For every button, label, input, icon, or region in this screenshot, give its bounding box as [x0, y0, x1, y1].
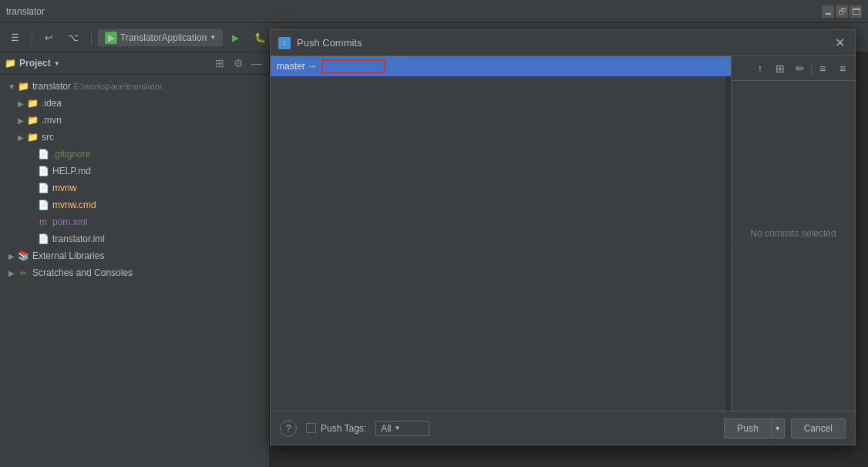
tree-arrow-idea: ▶: [15, 99, 26, 108]
tree-label-mvnwcmd: mvnw.cmd: [52, 200, 96, 210]
tree-arrow-root: ▼: [6, 82, 17, 91]
debug-btn[interactable]: 🐛: [248, 28, 272, 48]
tree-item-iml[interactable]: 📄 translator.iml: [0, 230, 269, 247]
sidebar-title: 📁 Project ▼: [5, 58, 60, 69]
dialog-right-toolbar: ↑ ⊞ ✏ ≡ ≡: [732, 56, 855, 81]
folder-icon-idea: 📁: [26, 97, 39, 109]
resize-dots: ⋮: [725, 240, 731, 247]
win-minimize-btn[interactable]: 🗕: [822, 5, 834, 18]
push-btn-group: Push ▼: [724, 418, 784, 438]
external-libs-icon: 📚: [17, 250, 29, 262]
dialog-tool-edit-btn[interactable]: ✏: [791, 59, 809, 78]
run-config-icon: ▶: [105, 32, 117, 44]
tree-arrow-scratches: ▶: [6, 269, 17, 277]
root-label: translator: [32, 81, 71, 92]
tree-item-external-libs[interactable]: ▶ 📚 External Libraries: [0, 247, 269, 264]
cancel-btn[interactable]: Cancel: [791, 418, 846, 438]
tree-arrow-external-libs: ▶: [6, 252, 17, 260]
sidebar-actions: ⊞ ⚙ —: [212, 55, 264, 71]
tree-label-root: translator E:\workspace\translator: [32, 81, 162, 92]
file-icon-mvnw: 📄: [37, 182, 49, 194]
project-icon: 📁: [5, 58, 16, 69]
sidebar-action-settings-btn[interactable]: ⚙: [230, 55, 246, 71]
toolbar-menu-btn[interactable]: ☰: [5, 28, 25, 48]
scratches-icon: ✏: [17, 267, 29, 279]
run-config-selector[interactable]: ▶ TranslatorApplication ▼: [98, 29, 223, 46]
toolbar-divider: [811, 62, 812, 75]
win-restore-btn[interactable]: 🗖: [849, 5, 862, 18]
file-icon-mvnwcmd: 📄: [37, 199, 49, 211]
folder-icon-src: 📁: [26, 131, 39, 143]
tree-item-pomxml[interactable]: m pom.xml: [0, 213, 269, 230]
dialog-tool-filter-btn[interactable]: ≡: [833, 59, 852, 78]
run-btn[interactable]: ▶: [226, 28, 245, 48]
tags-value-label: All: [381, 423, 391, 434]
dialog-titlebar: ↑ Push Commits ✕: [271, 30, 855, 56]
resize-handle[interactable]: ⋮: [726, 76, 731, 411]
run-config-label: TranslatorApplication: [120, 32, 207, 43]
dialog-left-panel: master → Define remote ⋮: [271, 56, 732, 411]
tree-label-helpmd: HELP.md: [52, 166, 91, 176]
tree-item-idea[interactable]: ▶ 📁 .idea: [0, 95, 269, 112]
no-commits-label: No commits selected: [750, 228, 836, 239]
sidebar-action-layout-btn[interactable]: ⊞: [212, 55, 227, 71]
push-tags-checkbox[interactable]: [306, 423, 316, 433]
title-bar-right: 🗕 🗗 🗖: [822, 5, 862, 18]
dialog-body: master → Define remote ⋮ ↑ ⊞ ✏ ≡: [271, 56, 855, 411]
tree-item-root[interactable]: ▼ 📁 translator E:\workspace\translator: [0, 78, 269, 95]
toolbar-sep-2: [91, 30, 92, 45]
root-path: E:\workspace\translator: [73, 82, 162, 91]
tags-dropdown-arrow: ▼: [395, 425, 401, 432]
folder-icon-mvn: 📁: [26, 114, 39, 126]
run-config-dropdown-arrow: ▼: [210, 34, 216, 41]
file-icon-iml: 📄: [37, 233, 49, 245]
define-remote-link[interactable]: Define remote: [325, 61, 382, 72]
tree-label-idea: .idea: [42, 98, 62, 109]
tree-label-scratches: Scratches and Consoles: [32, 267, 133, 278]
sidebar: 📁 Project ▼ ⊞ ⚙ — ▼ 📁 translator E:\work…: [0, 52, 270, 467]
tree-label-external-libs: External Libraries: [32, 250, 104, 261]
push-main-btn[interactable]: Push: [724, 418, 770, 438]
sidebar-tree: ▼ 📁 translator E:\workspace\translator ▶…: [0, 75, 269, 467]
tree-arrow-src: ▶: [15, 133, 26, 142]
dialog-close-btn[interactable]: ✕: [832, 35, 847, 51]
win-maximize-btn[interactable]: 🗗: [836, 5, 848, 18]
tree-item-gitignore[interactable]: 📄 .gitignore: [0, 146, 269, 163]
dialog-tool-push-btn[interactable]: ↑: [751, 59, 769, 78]
dialog-tool-grid-btn[interactable]: ⊞: [771, 59, 789, 78]
dialog-icon-symbol: ↑: [283, 39, 287, 47]
sidebar-title-label: Project: [19, 58, 51, 69]
tree-label-pomxml: pom.xml: [52, 217, 87, 227]
branch-label: master →: [277, 61, 317, 72]
tree-label-mvnw: mvnw: [52, 183, 76, 193]
file-icon-gitignore: 📄: [37, 148, 49, 160]
dialog-footer: ? Push Tags: All ▼ Push ▼ Cancel: [271, 411, 855, 445]
tags-dropdown[interactable]: All ▼: [375, 421, 429, 436]
title-bar: translator 🗕 🗗 🗖: [0, 0, 868, 23]
commit-branch-row[interactable]: master → Define remote: [271, 56, 731, 76]
tree-label-src: src: [42, 132, 54, 143]
sidebar-action-minimize-btn[interactable]: —: [249, 55, 264, 71]
tree-label-mvn: .mvn: [42, 115, 62, 126]
tree-item-scratches[interactable]: ▶ ✏ Scratches and Consoles: [0, 264, 269, 281]
file-icon-pomxml: m: [37, 216, 49, 228]
tree-label-gitignore: .gitignore: [52, 149, 90, 160]
dialog-tool-sort-btn[interactable]: ≡: [813, 59, 832, 78]
tree-item-mvnw[interactable]: 📄 mvnw: [0, 180, 269, 197]
tree-item-mvnwcmd[interactable]: 📄 mvnw.cmd: [0, 197, 269, 213]
push-tags-text: Push Tags:: [321, 423, 366, 434]
toolbar-undo-btn[interactable]: ↩: [39, 28, 59, 48]
push-dropdown-btn[interactable]: ▼: [771, 418, 785, 438]
help-btn[interactable]: ?: [280, 420, 297, 437]
dialog-right-panel: ↑ ⊞ ✏ ≡ ≡ No commits selected: [732, 56, 855, 411]
tree-item-mvn[interactable]: ▶ 📁 .mvn: [0, 112, 269, 129]
dialog-title-text: Push Commits: [297, 37, 362, 49]
toolbar-sep-1: [32, 30, 32, 45]
sidebar-title-arrow: ▼: [54, 60, 60, 67]
tree-item-src[interactable]: ▶ 📁 src: [0, 129, 269, 146]
dialog-footer-right: Push ▼ Cancel: [724, 418, 846, 438]
window-buttons: 🗕 🗗 🗖: [822, 5, 862, 18]
app-title: translator: [6, 6, 45, 17]
tree-item-helpmd[interactable]: 📄 HELP.md: [0, 163, 269, 180]
toolbar-arrow-btn[interactable]: ⌥: [62, 28, 85, 48]
